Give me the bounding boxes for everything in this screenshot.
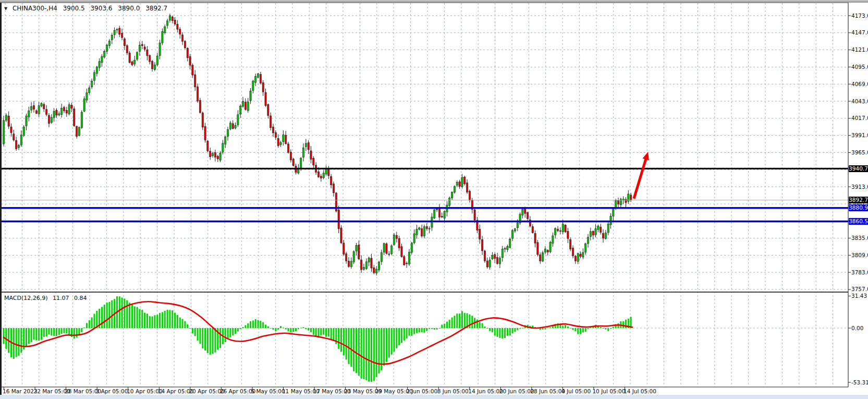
date-axis-label: 10 Apr 05:00 bbox=[127, 388, 162, 394]
ohlc-low: 3890.0 bbox=[118, 5, 140, 12]
date-axis-label: 10 Jul 05:00 bbox=[592, 388, 625, 394]
price-axis-label: 4095.0 bbox=[851, 64, 868, 70]
price-axis-label: 4173.0 bbox=[851, 13, 868, 19]
ohlc-open: 3900.5 bbox=[63, 5, 85, 12]
macd-axis-label: 31.43 bbox=[851, 293, 867, 299]
date-axis-label: 14 Jun 05:00 bbox=[468, 388, 503, 394]
price-axis-label: 4069.0 bbox=[851, 81, 868, 88]
price-axis-label: 3965.0 bbox=[851, 149, 868, 156]
macd-value: 11.07 bbox=[53, 295, 69, 301]
price-axis-label: 4017.0 bbox=[851, 115, 868, 122]
trend-arrow-annotation[interactable] bbox=[634, 152, 649, 199]
window-left-edge bbox=[0, 3, 2, 395]
price-badge-3892-7: 3892.7 bbox=[849, 197, 868, 203]
date-axis-label: 14 Jul 05:00 bbox=[624, 388, 656, 394]
date-axis-label: 26 Apr 05:00 bbox=[220, 388, 255, 394]
date-axis-label: 20 Apr 05:00 bbox=[189, 388, 224, 394]
price-axis-label: 4043.0 bbox=[851, 98, 868, 105]
date-axis-label: 2 Jun 05:00 bbox=[406, 388, 437, 394]
price-axis-label: 3809.0 bbox=[851, 252, 868, 259]
date-axis-label: 3 Apr 05:00 bbox=[96, 388, 128, 394]
price-axis-label: 4147.0 bbox=[851, 29, 868, 36]
date-axis-label: 14 Apr 05:00 bbox=[158, 388, 193, 394]
macd-name: MACD(12,26,9) bbox=[4, 295, 48, 301]
price-axis-label: 3783.0 bbox=[851, 269, 868, 276]
window-top-edge bbox=[0, 0, 868, 3]
symbol-title: CHINA300-,H4 bbox=[13, 5, 57, 12]
ohlc-high: 3903.6 bbox=[90, 5, 112, 12]
chart-window: ▼ CHINA300-,H4 3900.5 3903.6 3890.0 3892… bbox=[0, 0, 868, 399]
date-axis-label: 28 Jun 05:00 bbox=[530, 388, 565, 394]
date-axis-label: 8 Jun 05:00 bbox=[437, 388, 469, 394]
price-badge-3880-9: 3880.9 bbox=[849, 204, 868, 211]
symbol-dropdown-icon[interactable]: ▼ bbox=[4, 6, 7, 11]
price-badge-3860-5: 3860.5 bbox=[849, 218, 868, 225]
price-axis-label: 3913.0 bbox=[851, 184, 868, 190]
macd-indicator-label: MACD(12,26,9) 11.07 0.84 bbox=[4, 295, 87, 301]
chart-canvas[interactable] bbox=[0, 0, 868, 399]
price-axis-label: 3757.0 bbox=[851, 286, 868, 293]
macd-histogram bbox=[3, 296, 632, 382]
macd-signal-value: 0.84 bbox=[74, 295, 87, 301]
date-axis-label: 16 Mar 2023 bbox=[3, 388, 38, 394]
candlestick-series bbox=[3, 14, 631, 275]
date-axis-label: 4 Jul 05:00 bbox=[561, 388, 591, 394]
price-axis-label: 4121.0 bbox=[851, 46, 868, 53]
price-axis-label: 3835.0 bbox=[851, 235, 868, 241]
date-axis-label: 5 May 05:00 bbox=[251, 388, 285, 394]
price-badge-3940-7: 3940.7 bbox=[849, 165, 868, 172]
chart-header: ▼ CHINA300-,H4 3900.5 3903.6 3890.0 3892… bbox=[4, 5, 167, 12]
window-bottom-edge bbox=[0, 395, 868, 399]
price-axis-label: 3991.0 bbox=[851, 132, 868, 139]
ohlc-close: 3892.7 bbox=[145, 5, 167, 12]
date-axis-label: 20 Jun 05:00 bbox=[499, 388, 534, 394]
macd-axis-label: -53.31 bbox=[851, 379, 868, 386]
macd-axis-label: 0.00 bbox=[851, 325, 863, 332]
